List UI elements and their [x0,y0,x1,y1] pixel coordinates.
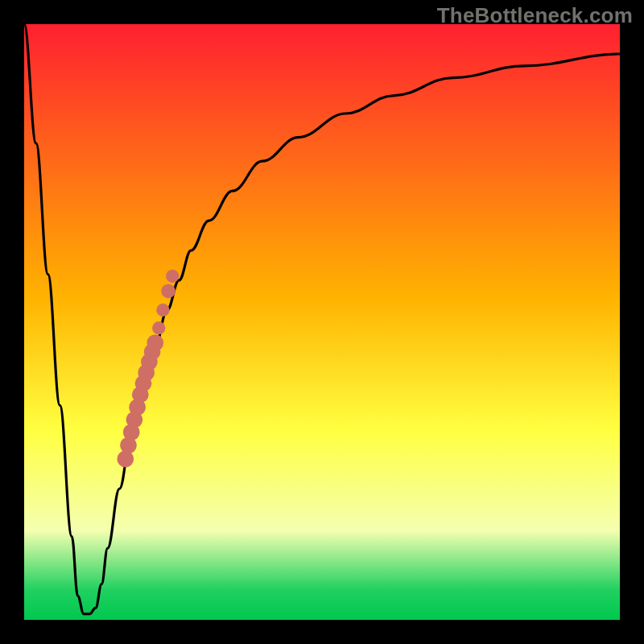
highlight-dot [147,335,163,352]
highlight-dot [161,284,175,299]
chart-svg [0,0,644,644]
highlight-dot [152,321,165,334]
highlight-dot [117,451,134,468]
highlight-dot [166,270,179,283]
highlight-dot [156,303,169,316]
watermark-text: TheBottleneck.com [437,3,633,28]
chart-frame: { "watermark": "TheBottleneck.com", "col… [0,0,644,644]
plot-background [24,24,620,620]
